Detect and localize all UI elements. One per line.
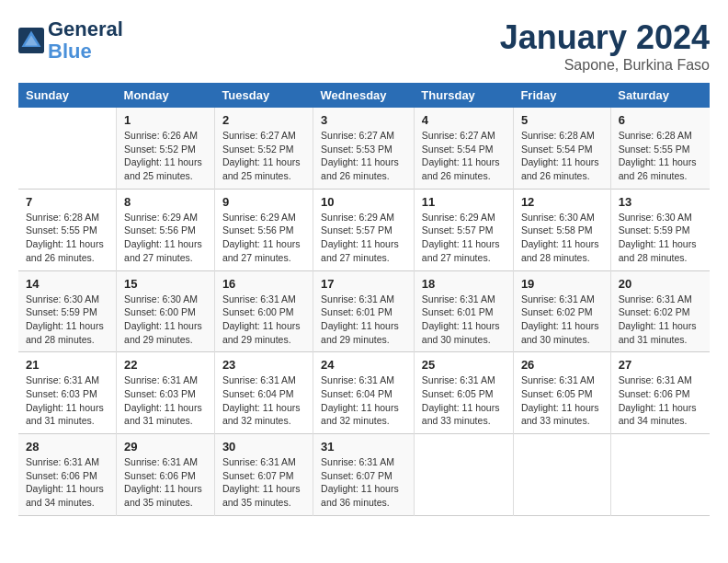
- logo-text: General Blue: [48, 18, 123, 63]
- day-cell: 10Sunrise: 6:29 AMSunset: 5:57 PMDayligh…: [313, 189, 415, 270]
- day-number: 10: [321, 195, 406, 209]
- day-cell: 29Sunrise: 6:31 AMSunset: 6:06 PMDayligh…: [117, 434, 215, 516]
- day-info: Sunrise: 6:31 AMSunset: 6:07 PMDaylight:…: [321, 455, 406, 510]
- day-info: Sunrise: 6:31 AMSunset: 6:01 PMDaylight:…: [422, 293, 506, 347]
- week-row-2: 7Sunrise: 6:28 AMSunset: 5:55 PMDaylight…: [18, 189, 710, 270]
- week-row-3: 14Sunrise: 6:30 AMSunset: 5:59 PMDayligh…: [18, 270, 710, 352]
- day-cell: 11Sunrise: 6:29 AMSunset: 5:57 PMDayligh…: [414, 189, 513, 270]
- day-cell: 30Sunrise: 6:31 AMSunset: 6:07 PMDayligh…: [214, 434, 313, 516]
- day-number: 1: [124, 113, 207, 127]
- header-row: SundayMondayTuesdayWednesdayThursdayFrid…: [18, 83, 710, 108]
- week-row-1: 1Sunrise: 6:26 AMSunset: 5:52 PMDaylight…: [18, 108, 710, 189]
- day-cell: 2Sunrise: 6:27 AMSunset: 5:52 PMDaylight…: [214, 108, 313, 189]
- day-info: Sunrise: 6:31 AMSunset: 6:06 PMDaylight:…: [26, 455, 108, 510]
- day-info: Sunrise: 6:31 AMSunset: 6:02 PMDaylight:…: [619, 293, 702, 347]
- day-number: 16: [222, 277, 305, 291]
- day-number: 18: [422, 277, 506, 291]
- week-row-5: 28Sunrise: 6:31 AMSunset: 6:06 PMDayligh…: [18, 434, 710, 516]
- day-cell: 16Sunrise: 6:31 AMSunset: 6:00 PMDayligh…: [214, 270, 313, 352]
- header-cell-thursday: Thursday: [414, 83, 513, 108]
- day-number: 26: [521, 358, 603, 372]
- day-number: 2: [222, 113, 305, 127]
- day-number: 19: [521, 277, 603, 291]
- day-info: Sunrise: 6:30 AMSunset: 5:59 PMDaylight:…: [26, 293, 108, 347]
- day-number: 21: [26, 358, 108, 372]
- header-cell-monday: Monday: [117, 83, 215, 108]
- day-number: 24: [321, 358, 406, 372]
- day-cell: 22Sunrise: 6:31 AMSunset: 6:03 PMDayligh…: [117, 352, 215, 434]
- header-cell-tuesday: Tuesday: [214, 83, 313, 108]
- day-info: Sunrise: 6:28 AMSunset: 5:54 PMDaylight:…: [521, 129, 603, 183]
- day-number: 14: [26, 277, 108, 291]
- day-info: Sunrise: 6:29 AMSunset: 5:56 PMDaylight:…: [124, 211, 207, 265]
- calendar-title: January 2024: [500, 18, 710, 57]
- day-cell: 31Sunrise: 6:31 AMSunset: 6:07 PMDayligh…: [313, 434, 415, 516]
- day-cell: 21Sunrise: 6:31 AMSunset: 6:03 PMDayligh…: [18, 352, 117, 434]
- day-cell: [610, 434, 710, 516]
- day-number: 20: [619, 277, 702, 291]
- day-cell: 25Sunrise: 6:31 AMSunset: 6:05 PMDayligh…: [414, 352, 513, 434]
- page-header: General Blue January 2024 Sapone, Burkin…: [18, 18, 710, 74]
- day-cell: [18, 108, 117, 189]
- day-number: 30: [222, 440, 305, 454]
- header-cell-friday: Friday: [513, 83, 610, 108]
- day-number: 23: [222, 358, 305, 372]
- day-info: Sunrise: 6:27 AMSunset: 5:52 PMDaylight:…: [222, 129, 305, 183]
- day-cell: 15Sunrise: 6:30 AMSunset: 6:00 PMDayligh…: [117, 270, 215, 352]
- day-info: Sunrise: 6:31 AMSunset: 6:05 PMDaylight:…: [422, 373, 506, 428]
- day-cell: 18Sunrise: 6:31 AMSunset: 6:01 PMDayligh…: [414, 270, 513, 352]
- day-number: 13: [619, 195, 702, 209]
- day-info: Sunrise: 6:28 AMSunset: 5:55 PMDaylight:…: [619, 129, 702, 183]
- day-info: Sunrise: 6:30 AMSunset: 6:00 PMDaylight:…: [124, 293, 207, 347]
- day-cell: 17Sunrise: 6:31 AMSunset: 6:01 PMDayligh…: [313, 270, 415, 352]
- day-info: Sunrise: 6:31 AMSunset: 6:02 PMDaylight:…: [521, 293, 603, 347]
- day-number: 17: [321, 277, 406, 291]
- calendar-subtitle: Sapone, Burkina Faso: [500, 57, 710, 74]
- day-number: 22: [124, 358, 207, 372]
- day-cell: [513, 434, 610, 516]
- header-cell-wednesday: Wednesday: [313, 83, 415, 108]
- day-number: 28: [26, 440, 108, 454]
- day-cell: 3Sunrise: 6:27 AMSunset: 5:53 PMDaylight…: [313, 108, 415, 189]
- day-cell: 6Sunrise: 6:28 AMSunset: 5:55 PMDaylight…: [610, 108, 710, 189]
- day-cell: 20Sunrise: 6:31 AMSunset: 6:02 PMDayligh…: [610, 270, 710, 352]
- day-cell: 5Sunrise: 6:28 AMSunset: 5:54 PMDaylight…: [513, 108, 610, 189]
- header-cell-saturday: Saturday: [610, 83, 710, 108]
- day-number: 6: [619, 113, 702, 127]
- week-row-4: 21Sunrise: 6:31 AMSunset: 6:03 PMDayligh…: [18, 352, 710, 434]
- calendar-table: SundayMondayTuesdayWednesdayThursdayFrid…: [18, 83, 710, 516]
- day-cell: [414, 434, 513, 516]
- day-info: Sunrise: 6:29 AMSunset: 5:57 PMDaylight:…: [422, 211, 506, 265]
- day-number: 31: [321, 440, 406, 454]
- day-cell: 27Sunrise: 6:31 AMSunset: 6:06 PMDayligh…: [610, 352, 710, 434]
- day-info: Sunrise: 6:31 AMSunset: 6:06 PMDaylight:…: [619, 373, 702, 428]
- day-info: Sunrise: 6:27 AMSunset: 5:53 PMDaylight:…: [321, 129, 406, 183]
- day-cell: 14Sunrise: 6:30 AMSunset: 5:59 PMDayligh…: [18, 270, 117, 352]
- day-cell: 4Sunrise: 6:27 AMSunset: 5:54 PMDaylight…: [414, 108, 513, 189]
- day-info: Sunrise: 6:31 AMSunset: 6:01 PMDaylight:…: [321, 293, 406, 347]
- day-number: 9: [222, 195, 305, 209]
- day-cell: 13Sunrise: 6:30 AMSunset: 5:59 PMDayligh…: [610, 189, 710, 270]
- day-info: Sunrise: 6:26 AMSunset: 5:52 PMDaylight:…: [124, 129, 207, 183]
- day-info: Sunrise: 6:27 AMSunset: 5:54 PMDaylight:…: [422, 129, 506, 183]
- day-info: Sunrise: 6:31 AMSunset: 6:03 PMDaylight:…: [26, 373, 108, 428]
- day-info: Sunrise: 6:31 AMSunset: 6:07 PMDaylight:…: [222, 455, 305, 510]
- day-number: 25: [422, 358, 506, 372]
- logo: General Blue: [18, 18, 123, 63]
- day-number: 3: [321, 113, 406, 127]
- day-info: Sunrise: 6:31 AMSunset: 6:06 PMDaylight:…: [124, 455, 207, 510]
- day-cell: 28Sunrise: 6:31 AMSunset: 6:06 PMDayligh…: [18, 434, 117, 516]
- day-info: Sunrise: 6:31 AMSunset: 6:00 PMDaylight:…: [222, 293, 305, 347]
- day-cell: 26Sunrise: 6:31 AMSunset: 6:05 PMDayligh…: [513, 352, 610, 434]
- day-number: 15: [124, 277, 207, 291]
- day-cell: 1Sunrise: 6:26 AMSunset: 5:52 PMDaylight…: [117, 108, 215, 189]
- day-number: 4: [422, 113, 506, 127]
- day-number: 7: [26, 195, 108, 209]
- day-cell: 24Sunrise: 6:31 AMSunset: 6:04 PMDayligh…: [313, 352, 415, 434]
- logo-icon: [18, 28, 44, 53]
- day-info: Sunrise: 6:31 AMSunset: 6:03 PMDaylight:…: [124, 373, 207, 428]
- day-number: 27: [619, 358, 702, 372]
- day-info: Sunrise: 6:31 AMSunset: 6:04 PMDaylight:…: [222, 373, 305, 428]
- day-info: Sunrise: 6:29 AMSunset: 5:57 PMDaylight:…: [321, 211, 406, 265]
- day-info: Sunrise: 6:28 AMSunset: 5:55 PMDaylight:…: [26, 211, 108, 265]
